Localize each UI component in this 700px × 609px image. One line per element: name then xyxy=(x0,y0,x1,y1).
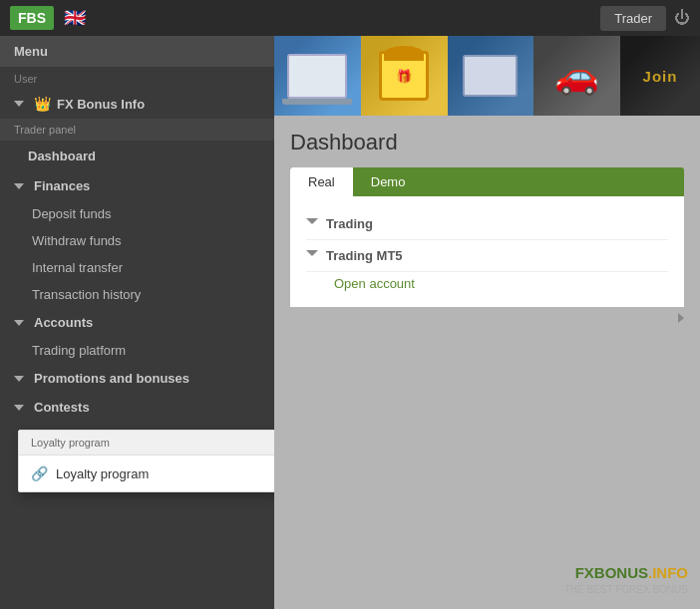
trading-section-row: Trading xyxy=(306,208,668,240)
imac-shape xyxy=(463,55,518,97)
tab-real[interactable]: Real xyxy=(290,167,353,196)
car-shape-icon: 🚗 xyxy=(554,55,599,97)
transaction-history-item[interactable]: Transaction history xyxy=(0,281,274,308)
internal-transfer-item[interactable]: Internal transfer xyxy=(0,254,274,281)
dashboard-area: Dashboard Real Demo Trading Trading MT5 xyxy=(274,116,700,609)
navbar-left: FBS 🇬🇧 xyxy=(10,6,86,30)
banner-laptop xyxy=(274,36,361,116)
accounts-triangle-icon xyxy=(14,320,24,326)
menu-header: Menu xyxy=(0,36,274,67)
banner-join[interactable]: Join xyxy=(620,36,700,116)
tabs-bar: Real Demo xyxy=(290,167,684,196)
promotions-label: Promotions and bonuses xyxy=(34,371,189,386)
trader-panel-label: Trader panel xyxy=(0,119,274,141)
flag-icon: 🇬🇧 xyxy=(64,7,86,29)
promotions-header[interactable]: Promotions and bonuses xyxy=(0,364,274,393)
trading-arrow-icon xyxy=(306,218,318,229)
tab-demo[interactable]: Demo xyxy=(353,167,424,196)
fx-text: FXBONUS xyxy=(575,564,648,581)
loyalty-popup: Loyalty program 🔗 Loyalty program xyxy=(18,430,274,492)
loyalty-popup-item[interactable]: 🔗 Loyalty program xyxy=(19,456,274,491)
fxbonus-tagline: THE BEST FOREX BONUS xyxy=(564,583,688,597)
trader-button[interactable]: Trader xyxy=(600,6,666,31)
power-icon[interactable]: ⏻ xyxy=(674,9,690,27)
deposit-funds-item[interactable]: Deposit funds xyxy=(0,200,274,227)
banner-car: 🚗 xyxy=(533,36,620,116)
trading-platform-item[interactable]: Trading platform xyxy=(0,337,274,364)
navbar-right: Trader ⏻ xyxy=(600,6,690,31)
dashboard-title: Dashboard xyxy=(290,130,684,155)
banner-gift: 🎁 xyxy=(361,36,448,116)
crown-icon: 👑 xyxy=(34,96,51,112)
trading-mt5-section-title: Trading MT5 xyxy=(326,248,403,263)
finances-header[interactable]: Finances xyxy=(0,171,274,200)
fx-bonus-info-header[interactable]: 👑 FX Bonus Info xyxy=(0,89,274,119)
info-text-span: .INFO xyxy=(648,564,688,581)
banner: 🎁 🚗 Join xyxy=(274,36,700,116)
main-layout: Menu User 👑 FX Bonus Info Trader panel D… xyxy=(0,36,700,609)
withdraw-funds-item[interactable]: Withdraw funds xyxy=(0,227,274,254)
banner-imac xyxy=(448,36,534,116)
accounts-label: Accounts xyxy=(34,315,93,330)
navbar: FBS 🇬🇧 Trader ⏻ xyxy=(0,0,700,36)
trading-mt5-section-row: Trading MT5 xyxy=(306,240,668,272)
trading-section-title: Trading xyxy=(326,216,373,231)
laptop-shape xyxy=(287,54,347,99)
loyalty-popup-header: Loyalty program xyxy=(19,431,274,456)
gift-bow xyxy=(384,46,424,61)
loyalty-popup-item-label: Loyalty program xyxy=(56,466,149,481)
join-label: Join xyxy=(643,68,678,85)
gift-shape: 🎁 xyxy=(379,51,429,101)
user-label: User xyxy=(0,67,274,89)
external-link-icon: 🔗 xyxy=(31,465,48,481)
contests-triangle-icon xyxy=(14,405,24,411)
trading-mt5-arrow-icon xyxy=(306,250,318,261)
fbs-logo: FBS xyxy=(10,6,54,30)
sidebar: Menu User 👑 FX Bonus Info Trader panel D… xyxy=(0,36,274,609)
accounts-header[interactable]: Accounts xyxy=(0,308,274,337)
finances-label: Finances xyxy=(34,178,90,193)
dashboard-link[interactable]: Dashboard xyxy=(0,141,274,171)
finances-triangle-icon xyxy=(14,183,24,189)
fx-bonus-label: FX Bonus Info xyxy=(57,97,145,112)
promotions-triangle-icon xyxy=(14,376,24,382)
triangle-down-icon xyxy=(14,101,24,107)
contests-label: Contests xyxy=(34,400,90,415)
contests-header[interactable]: Contests xyxy=(0,393,274,422)
open-account-link[interactable]: Open account xyxy=(306,272,668,295)
content-panel: Trading Trading MT5 Open account xyxy=(290,196,684,307)
main-content: 🎁 🚗 Join Dashboard Real Demo xyxy=(274,36,700,609)
fxbonus-watermark: FXBONUS.INFO THE BEST FOREX BONUS xyxy=(564,562,688,597)
right-arrow-icon xyxy=(678,313,684,323)
